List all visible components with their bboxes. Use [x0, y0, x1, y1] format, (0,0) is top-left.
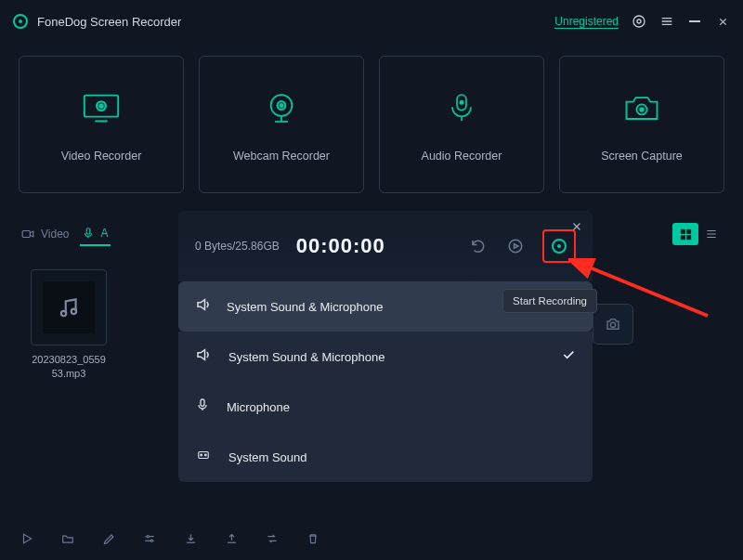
mode-label: Video Recorder: [61, 150, 142, 163]
hamburger-menu-icon[interactable]: [659, 14, 674, 29]
microphone-icon: [195, 397, 210, 417]
svg-rect-26: [201, 399, 204, 406]
option-label: System Sound: [228, 450, 576, 464]
speaker-icon: [195, 346, 212, 367]
svg-rect-17: [686, 228, 691, 233]
trash-icon[interactable]: [305, 530, 321, 547]
undo-icon[interactable]: [468, 236, 489, 256]
option-label: System Sound & Microphone: [228, 350, 544, 364]
svg-point-29: [204, 454, 206, 456]
file-item[interactable]: 20230823_0559 53.mp3: [19, 269, 119, 381]
mode-video-recorder[interactable]: Video Recorder: [19, 56, 184, 193]
option-system-and-mic[interactable]: System Sound & Microphone: [178, 332, 593, 382]
mode-webcam-recorder[interactable]: Webcam Recorder: [199, 56, 364, 193]
svg-rect-14: [22, 231, 30, 238]
speaker-icon: [195, 296, 212, 317]
option-system-sound[interactable]: System Sound: [178, 432, 593, 482]
view-grid-button[interactable]: [672, 223, 698, 245]
audio-recorder-popover: 0 Bytes/25.86GB 00:00:00 Start Recording…: [178, 211, 593, 482]
sliders-icon[interactable]: [141, 530, 158, 547]
export-icon[interactable]: [223, 530, 240, 547]
music-note-icon: [43, 281, 95, 333]
svg-point-20: [61, 311, 66, 316]
monitor-icon: [79, 86, 124, 131]
view-list-button[interactable]: [698, 223, 724, 245]
tab-video[interactable]: Video: [19, 224, 71, 244]
webcam-icon: [259, 86, 304, 131]
svg-rect-19: [686, 235, 691, 240]
edit-icon[interactable]: [100, 530, 117, 547]
svg-rect-16: [680, 228, 684, 233]
settings-icon[interactable]: [632, 14, 646, 29]
svg-point-13: [640, 108, 644, 111]
close-window-button[interactable]: [715, 14, 730, 29]
file-name: 20230823_0559 53.mp3: [32, 353, 106, 381]
tab-video-label: Video: [41, 228, 69, 241]
selected-source-label: System Sound & Microphone: [227, 300, 548, 314]
svg-point-24: [509, 240, 522, 253]
camera-icon: [619, 86, 664, 131]
microphone-icon: [439, 86, 484, 131]
svg-point-0: [633, 16, 645, 27]
svg-point-1: [637, 20, 641, 23]
svg-rect-18: [680, 235, 684, 240]
svg-point-21: [72, 309, 76, 314]
title-bar: FoneDog Screen Recorder Unregistered: [0, 0, 743, 43]
play-icon[interactable]: [19, 530, 35, 547]
bottom-toolbar: [19, 530, 321, 547]
svg-point-9: [280, 104, 282, 107]
soundcard-icon: [195, 449, 212, 465]
annotation-arrow-icon: [568, 258, 717, 323]
storage-status: 0 Bytes/25.86GB: [195, 240, 280, 253]
mode-label: Audio Recorder: [422, 150, 502, 163]
svg-point-28: [201, 454, 202, 456]
recorder-header: 0 Bytes/25.86GB 00:00:00: [178, 211, 593, 281]
audio-source-dropdown: System Sound & Microphone Microphone Sys…: [178, 332, 593, 482]
play-preview-icon[interactable]: [505, 236, 526, 256]
recording-timer: 00:00:00: [296, 234, 385, 258]
app-logo-icon: [13, 14, 28, 29]
mode-audio-recorder[interactable]: Audio Recorder: [379, 56, 544, 193]
option-label: Microphone: [227, 400, 576, 414]
app-title: FoneDog Screen Recorder: [37, 15, 181, 29]
svg-point-22: [147, 536, 149, 538]
svg-point-11: [460, 101, 463, 104]
minimize-button[interactable]: [687, 14, 702, 29]
mode-screen-capture[interactable]: Screen Capture: [559, 56, 724, 193]
mode-cards-row: Video Recorder Webcam Recorder Audio Rec…: [0, 43, 743, 193]
mode-label: Screen Capture: [601, 150, 683, 163]
mode-label: Webcam Recorder: [233, 150, 330, 163]
svg-point-5: [99, 104, 102, 107]
svg-point-23: [150, 540, 152, 541]
folder-icon[interactable]: [59, 530, 76, 547]
import-icon[interactable]: [182, 530, 199, 547]
convert-icon[interactable]: [264, 530, 280, 547]
check-icon: [561, 347, 576, 366]
file-thumbnail: [31, 269, 107, 345]
tab-audio[interactable]: A: [80, 222, 110, 246]
license-link[interactable]: Unregistered: [554, 15, 619, 28]
tab-audio-label: A: [100, 227, 108, 240]
option-microphone[interactable]: Microphone: [178, 382, 593, 432]
svg-rect-15: [87, 228, 91, 234]
close-popover-button[interactable]: [568, 218, 585, 235]
